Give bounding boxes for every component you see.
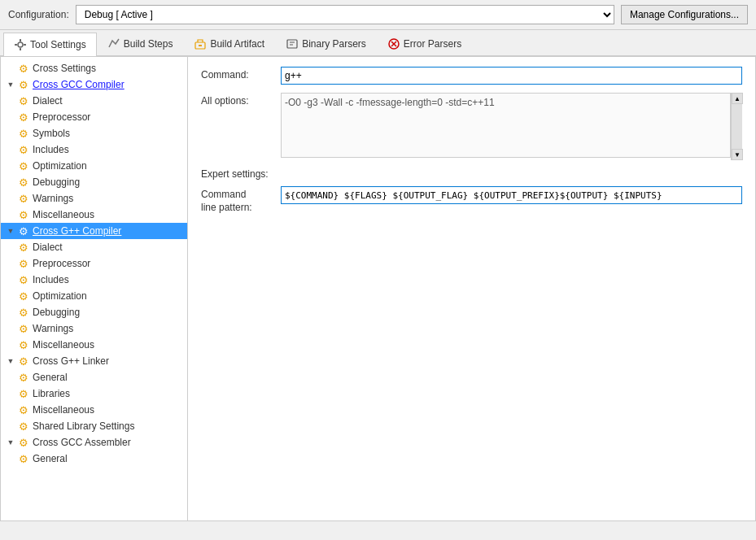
expand-gpp-compiler[interactable]: ▼ (4, 224, 17, 237)
cross-gpp-compiler-icon: ⚙ (17, 224, 30, 237)
svg-point-0 (18, 42, 23, 47)
tab-binary-parsers-label: Binary Parsers (302, 38, 366, 50)
expand-gcc-compiler[interactable]: ▼ (4, 78, 17, 91)
gpp-dialect-icon: ⚙ (17, 241, 30, 254)
tree-item-gpp-optimization[interactable]: ⚙ Optimization (1, 288, 187, 304)
gcc-preprocessor-icon: ⚙ (17, 111, 30, 124)
tree-item-linker-shared-library[interactable]: ⚙ Shared Library Settings (1, 418, 187, 434)
tab-build-steps-label: Build Steps (124, 38, 173, 50)
gcc-includes-icon: ⚙ (17, 143, 30, 156)
tree-item-cross-gpp-compiler[interactable]: ▼ ⚙ Cross G++ Compiler (1, 223, 187, 239)
tree-item-gcc-miscellaneous[interactable]: ⚙ Miscellaneous (1, 207, 187, 223)
main-content: ⚙ Cross Settings ▼ ⚙ Cross GCC Compiler … (0, 56, 756, 521)
expand-spacer (4, 62, 17, 75)
tree-item-gpp-warnings[interactable]: ⚙ Warnings (1, 320, 187, 337)
tree-panel: ⚙ Cross Settings ▼ ⚙ Cross GCC Compiler … (1, 57, 188, 520)
tree-item-gpp-includes[interactable]: ⚙ Includes (1, 272, 187, 288)
gpp-preprocessor-icon: ⚙ (17, 257, 30, 270)
tree-item-gcc-includes[interactable]: ⚙ Includes (1, 142, 187, 158)
gpp-warnings-label: Warnings (33, 323, 73, 334)
tree-item-gcc-warnings[interactable]: ⚙ Warnings (1, 190, 187, 207)
cross-gpp-linker-icon: ⚙ (17, 355, 30, 368)
gcc-dialect-icon: ⚙ (17, 94, 30, 107)
expand-gcc-assembler[interactable]: ▼ (4, 436, 17, 449)
svg-rect-4 (24, 44, 26, 46)
linker-shared-library-label: Shared Library Settings (33, 420, 134, 432)
tree-item-cross-gcc-compiler[interactable]: ▼ ⚙ Cross GCC Compiler (1, 76, 187, 93)
scroll-up-btn[interactable]: ▲ (732, 93, 743, 104)
tab-error-parsers[interactable]: Error Parsers (377, 32, 472, 55)
svg-rect-7 (287, 40, 297, 48)
cross-gcc-compiler-icon: ⚙ (17, 78, 30, 91)
gpp-preprocessor-label: Preprocessor (33, 258, 90, 269)
tab-build-artifact[interactable]: Build Artifact (183, 32, 275, 55)
command-label: Command: (201, 67, 274, 81)
tree-item-gpp-debugging[interactable]: ⚙ Debugging (1, 304, 187, 320)
manage-configurations-button[interactable]: Manage Configurations... (621, 5, 748, 24)
assembler-general-label: General (33, 453, 68, 464)
all-options-textarea[interactable] (281, 93, 731, 158)
tree-item-linker-libraries[interactable]: ⚙ Libraries (1, 385, 187, 402)
tab-tool-settings[interactable]: Tool Settings (3, 33, 97, 56)
expert-settings-label: Expert settings: (201, 168, 742, 180)
config-select[interactable]: Debug [ Active ] (76, 5, 614, 24)
gpp-optimization-icon: ⚙ (17, 290, 30, 303)
tab-error-parsers-label: Error Parsers (404, 38, 461, 50)
cross-gpp-compiler-label: Cross G++ Compiler (33, 225, 121, 237)
linker-miscellaneous-label: Miscellaneous (33, 404, 94, 416)
gcc-preprocessor-label: Preprocessor (33, 111, 90, 123)
linker-libraries-icon: ⚙ (17, 387, 30, 400)
linker-general-icon: ⚙ (17, 371, 30, 384)
right-panel: Command: All options: ▲ ▼ Expert setting… (188, 57, 755, 520)
gcc-debugging-icon: ⚙ (17, 176, 30, 189)
tree-item-cross-settings[interactable]: ⚙ Cross Settings (1, 60, 187, 76)
all-options-row: All options: ▲ ▼ (201, 93, 742, 160)
tree-item-linker-general[interactable]: ⚙ General (1, 369, 187, 385)
tab-build-steps[interactable]: Build Steps (97, 32, 184, 55)
expand-gpp-linker[interactable]: ▼ (4, 355, 17, 368)
tree-item-gcc-debugging[interactable]: ⚙ Debugging (1, 174, 187, 190)
tree-item-gcc-dialect[interactable]: ⚙ Dialect (1, 93, 187, 109)
gcc-warnings-label: Warnings (33, 193, 73, 204)
tree-item-linker-miscellaneous[interactable]: ⚙ Miscellaneous (1, 402, 187, 418)
tree-item-gpp-miscellaneous[interactable]: ⚙ Miscellaneous (1, 337, 187, 353)
assembler-general-icon: ⚙ (17, 452, 30, 465)
binary-parsers-icon (286, 37, 299, 50)
cross-settings-icon: ⚙ (17, 62, 30, 75)
tree-item-gpp-preprocessor[interactable]: ⚙ Preprocessor (1, 255, 187, 272)
gpp-debugging-label: Debugging (33, 307, 80, 318)
gcc-dialect-label: Dialect (33, 95, 63, 107)
gpp-dialect-label: Dialect (33, 242, 63, 253)
gpp-miscellaneous-label: Miscellaneous (33, 339, 94, 351)
svg-rect-1 (20, 39, 21, 41)
gcc-optimization-icon: ⚙ (17, 159, 30, 172)
tree-item-cross-gcc-assembler[interactable]: ▼ ⚙ Cross GCC Assembler (1, 434, 187, 451)
command-line-pattern-input[interactable] (281, 186, 742, 204)
gcc-miscellaneous-label: Miscellaneous (33, 209, 94, 220)
gpp-includes-icon: ⚙ (17, 273, 30, 286)
cross-settings-label: Cross Settings (33, 63, 96, 74)
cross-gpp-linker-label: Cross G++ Linker (33, 355, 109, 367)
gpp-includes-label: Includes (33, 274, 69, 285)
scrollbar[interactable]: ▲ ▼ (731, 93, 742, 160)
tree-item-cross-gpp-linker[interactable]: ▼ ⚙ Cross G++ Linker (1, 353, 187, 369)
gpp-debugging-icon: ⚙ (17, 306, 30, 319)
tree-item-gcc-preprocessor[interactable]: ⚙ Preprocessor (1, 109, 187, 125)
tree-item-gcc-optimization[interactable]: ⚙ Optimization (1, 158, 187, 174)
tree-item-assembler-general[interactable]: ⚙ General (1, 451, 187, 467)
tool-settings-icon (14, 38, 27, 51)
all-options-wrapper: ▲ ▼ (281, 93, 742, 160)
gpp-warnings-icon: ⚙ (17, 322, 30, 335)
svg-rect-2 (20, 48, 21, 50)
command-input[interactable] (281, 67, 742, 85)
scroll-down-btn[interactable]: ▼ (732, 149, 743, 160)
gcc-warnings-icon: ⚙ (17, 192, 30, 205)
config-label: Configuration: (8, 9, 69, 20)
gpp-miscellaneous-icon: ⚙ (17, 338, 30, 351)
gcc-debugging-label: Debugging (33, 176, 80, 188)
tree-item-gpp-dialect[interactable]: ⚙ Dialect (1, 239, 187, 255)
tab-tool-settings-label: Tool Settings (30, 39, 86, 50)
tree-item-gcc-symbols[interactable]: ⚙ Symbols (1, 125, 187, 142)
linker-miscellaneous-icon: ⚙ (17, 403, 30, 416)
tab-binary-parsers[interactable]: Binary Parsers (275, 32, 377, 55)
